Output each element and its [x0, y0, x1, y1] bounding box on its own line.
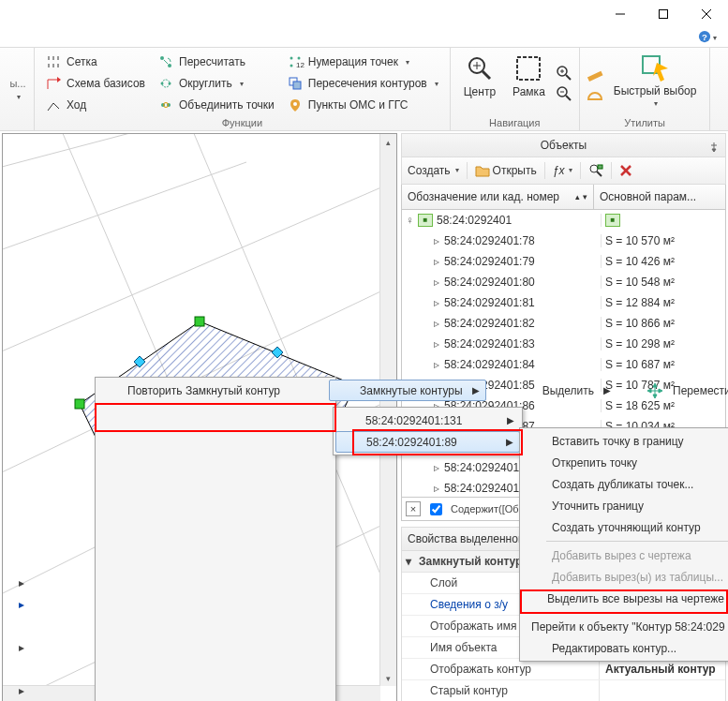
ribbon-prev-label: ы...: [9, 78, 25, 89]
mi-detach-point[interactable]: Открепить точку: [522, 452, 728, 473]
svg-point-13: [160, 56, 164, 60]
svg-rect-32: [517, 57, 540, 80]
move-icon: [46, 97, 61, 112]
group-nav-label: Навигация: [458, 115, 572, 130]
numbering-button[interactable]: 12Нумерация точек▾: [284, 52, 442, 72]
ribbon-scroll-icon[interactable]: ▾: [17, 93, 21, 101]
frame-button[interactable]: Рамка: [507, 50, 551, 115]
group-util-label: Утилиты: [587, 115, 703, 130]
folder-icon: [475, 164, 490, 177]
mi-repeat[interactable]: Повторить Замкнутый контур: [97, 380, 303, 401]
mi-select-all-cuts[interactable]: Выделить все вырезы на чертеже: [522, 588, 728, 609]
quickselect-button[interactable]: Быстрый выбор ▾: [608, 50, 703, 115]
delete-button[interactable]: [619, 164, 632, 177]
grid-button[interactable]: Сетка: [42, 52, 149, 72]
filter-checkbox[interactable]: [430, 503, 442, 515]
close-button[interactable]: [685, 0, 728, 28]
parcel-icon: ■: [605, 214, 620, 227]
prop-row[interactable]: ▸Старый контур: [402, 680, 725, 701]
fx-button[interactable]: ƒx▾: [553, 164, 573, 177]
protractor-icon[interactable]: [587, 86, 602, 101]
svg-marker-74: [653, 383, 657, 387]
round-button[interactable]: Округлить▾: [155, 73, 278, 94]
svg-point-16: [161, 82, 164, 85]
zoom-in-icon[interactable]: [557, 66, 572, 81]
svg-line-29: [483, 71, 490, 79]
tree-parent-row[interactable]: ♀■58:24:0292401 ■: [402, 210, 725, 231]
svg-line-34: [566, 75, 571, 80]
parcel-icon: ■: [418, 214, 433, 227]
mi-move[interactable]: Переместить: [643, 380, 728, 401]
mi-add-cut-drawing: Добавить вырез с чертежа: [522, 544, 728, 566]
minimize-button[interactable]: [599, 0, 642, 28]
svg-point-17: [169, 82, 171, 85]
tree-row[interactable]: ▹58:24:0292401:78S = 10 570 м²: [402, 231, 725, 251]
center-button[interactable]: Центр: [458, 50, 501, 115]
merge-button[interactable]: Объединить точки: [155, 95, 278, 115]
svg-point-22: [297, 57, 300, 60]
prop-row[interactable]: Отображать контурАктуальный контур: [402, 659, 725, 680]
svg-line-38: [566, 96, 571, 100]
svg-point-67: [590, 165, 598, 172]
mi-insert-point[interactable]: Вставить точку в границу: [522, 430, 728, 452]
objects-panel-title: Объекты: [401, 133, 726, 157]
zoom-out-icon[interactable]: [557, 86, 572, 101]
svg-text:12: 12: [296, 61, 305, 69]
round-icon: [158, 76, 173, 91]
tree-row[interactable]: ▹58:24:0292401:80S = 10 548 м²: [402, 272, 725, 292]
tool-button[interactable]: [588, 163, 603, 178]
frame-icon: [513, 53, 543, 83]
move-icon: [645, 380, 665, 401]
quickselect-icon: [640, 53, 670, 83]
create-dropdown[interactable]: Создать▾: [408, 164, 459, 177]
mi-closed-contours[interactable]: Замкнутые контуры▶: [329, 380, 486, 401]
context-menu-sub2: Вставить точку в границу Открепить точку…: [519, 427, 728, 662]
mi-add-cut-table: Добавить вырез(ы) из таблицы...: [522, 566, 728, 588]
tree-row[interactable]: ▹58:24:0292401:84S = 10 687 м²: [402, 354, 725, 375]
svg-line-44: [2, 162, 246, 256]
intersections-button[interactable]: Пересечения контуров▾: [284, 73, 442, 94]
tree-row[interactable]: ▹58:24:0292401:82S = 10 866 м²: [402, 313, 725, 334]
col-param[interactable]: Основной парам...: [594, 185, 725, 209]
mi-refine-boundary[interactable]: Уточнить границу: [522, 495, 728, 516]
svg-rect-40: [587, 71, 603, 82]
pin-icon[interactable]: [708, 138, 720, 160]
tree-row[interactable]: ▹58:24:0292401:79S = 10 426 м²: [402, 251, 725, 272]
svg-point-23: [290, 65, 292, 67]
ruler-icon[interactable]: [587, 66, 602, 81]
svg-text:?: ?: [702, 31, 707, 41]
svg-rect-54: [75, 399, 84, 409]
omspoints-button[interactable]: Пункты ОМС и ГГС: [284, 95, 442, 115]
mi-edit-contour[interactable]: Редактировать контур...: [522, 637, 728, 659]
svg-point-14: [168, 64, 171, 67]
basis-button[interactable]: Схема базисов: [42, 73, 149, 94]
maximize-button[interactable]: [642, 0, 685, 28]
tree-row[interactable]: ▹58:24:0292401:83S = 10 298 м²: [402, 334, 725, 354]
move-button[interactable]: Ход: [42, 95, 149, 115]
oms-icon: [288, 97, 303, 112]
mi-duplicate-points[interactable]: Создать дубликаты точек...: [522, 473, 728, 495]
tree-row[interactable]: ▹58:24:0292401:81S = 12 884 м²: [402, 292, 725, 313]
mi-contour-131[interactable]: 58:24:0292401:131▶: [335, 410, 520, 431]
col-name[interactable]: Обозначение или кад. номер▴ ▾: [402, 185, 594, 209]
svg-marker-75: [653, 395, 657, 398]
help-icon[interactable]: ?: [698, 30, 711, 46]
svg-point-27: [293, 102, 297, 106]
mi-contour-89[interactable]: 58:24:0292401:89▶: [335, 431, 520, 453]
help-dropdown[interactable]: ▾: [713, 34, 717, 42]
svg-rect-26: [293, 82, 301, 89]
svg-rect-55: [195, 317, 204, 326]
mi-goto-object[interactable]: Перейти к объекту "Контур 58:24:029: [522, 616, 728, 637]
mi-select[interactable]: Выделить▶: [513, 380, 617, 401]
context-menu-sub1: 58:24:0292401:131▶ 58:24:0292401:89▶: [333, 407, 523, 455]
close-filter-icon[interactable]: ×: [406, 501, 421, 516]
mi-create-refining[interactable]: Создать уточняющий контур: [522, 516, 728, 538]
recalc-button[interactable]: Пересчитать: [155, 52, 278, 72]
open-button[interactable]: Открыть: [475, 164, 537, 177]
numbering-icon: 12: [288, 54, 303, 69]
svg-marker-77: [659, 389, 662, 393]
center-icon: [465, 53, 495, 83]
svg-marker-76: [647, 389, 651, 393]
intersections-icon: [288, 76, 303, 91]
svg-point-21: [290, 57, 292, 60]
